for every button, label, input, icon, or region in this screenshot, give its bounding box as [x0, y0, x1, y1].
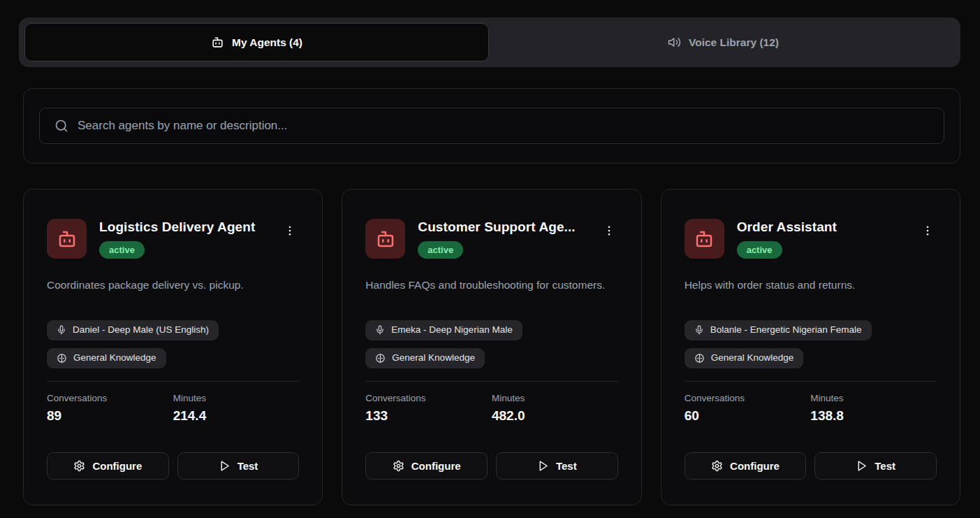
configure-button-label: Configure — [411, 460, 461, 472]
knowledge-badge-label: General Knowledge — [711, 352, 794, 364]
card-header: Customer Support Age... active — [365, 219, 617, 259]
divider — [47, 381, 299, 382]
tab-bar: My Agents (4) Voice Library (12) — [19, 17, 960, 67]
tab-my-agents[interactable]: My Agents (4) — [24, 23, 489, 62]
card-header: Order Assistant active — [685, 219, 937, 259]
title-wrap: Logistics Delivery Agent active — [99, 219, 268, 259]
bot-icon — [211, 36, 224, 49]
agent-description: Helps with order status and returns. — [685, 278, 937, 310]
gear-icon — [393, 460, 404, 472]
bot-icon — [57, 229, 78, 250]
kebab-menu-icon[interactable] — [919, 222, 937, 240]
brain-icon — [57, 353, 67, 364]
speaker-icon — [668, 36, 681, 49]
badge-column: Bolanle - Energetic Nigerian Female Gene… — [685, 320, 937, 368]
status-badge: active — [99, 241, 145, 259]
voice-badge-label: Daniel - Deep Male (US English) — [73, 324, 209, 336]
stat-conversations: Conversations 60 — [685, 393, 811, 424]
knowledge-badge: General Knowledge — [685, 348, 804, 368]
tab-my-agents-label: My Agents (4) — [232, 36, 302, 49]
status-badge: active — [418, 241, 463, 259]
play-icon — [537, 460, 549, 472]
kebab-menu-icon[interactable] — [600, 222, 618, 240]
badge-column: Emeka - Deep Nigerian Male General Knowl… — [365, 320, 617, 368]
stat-value: 60 — [685, 408, 811, 424]
stat-label: Minutes — [492, 393, 618, 403]
bot-icon — [694, 229, 715, 250]
search-input[interactable] — [78, 119, 931, 133]
stats: Conversations 89 Minutes 214.4 — [47, 393, 299, 424]
voice-badge-label: Bolanle - Energetic Nigerian Female — [710, 324, 862, 336]
stat-minutes: Minutes 214.4 — [173, 393, 300, 424]
agent-name: Order Assistant — [737, 220, 906, 235]
agent-card: Order Assistant active Helps with order … — [661, 189, 960, 505]
stat-value: 214.4 — [173, 408, 300, 424]
card-header: Logistics Delivery Agent active — [47, 219, 299, 259]
voice-badge: Bolanle - Energetic Nigerian Female — [685, 320, 872, 340]
test-button-label: Test — [556, 460, 577, 472]
configure-button[interactable]: Configure — [365, 452, 488, 480]
agent-card: Logistics Delivery Agent active Coordina… — [23, 189, 323, 505]
mic-icon — [375, 325, 385, 335]
stat-label: Minutes — [173, 393, 300, 403]
title-wrap: Order Assistant active — [737, 219, 906, 259]
voice-badge-label: Emeka - Deep Nigerian Male — [391, 324, 512, 336]
stat-value: 482.0 — [492, 408, 618, 424]
agent-description: Handles FAQs and troubleshooting for cus… — [365, 278, 617, 310]
agent-avatar — [47, 219, 87, 259]
stats: Conversations 133 Minutes 482.0 — [365, 393, 617, 424]
card-actions: Configure Test — [685, 452, 937, 480]
badge-column: Daniel - Deep Male (US English) General … — [47, 320, 299, 368]
tab-voice-library[interactable]: Voice Library (12) — [492, 23, 955, 62]
stats: Conversations 60 Minutes 138.8 — [685, 393, 937, 424]
knowledge-badge-label: General Knowledge — [392, 352, 475, 364]
voice-badge: Daniel - Deep Male (US English) — [47, 320, 219, 340]
agent-card: Customer Support Age... active Handles F… — [342, 189, 641, 505]
agent-description: Coordinates package delivery vs. pickup. — [47, 278, 299, 310]
test-button[interactable]: Test — [814, 452, 937, 480]
stat-conversations: Conversations 133 — [365, 393, 492, 424]
stat-value: 89 — [47, 408, 173, 424]
configure-button[interactable]: Configure — [47, 452, 169, 480]
tab-voice-library-label: Voice Library (12) — [689, 36, 779, 49]
test-button[interactable]: Test — [496, 452, 618, 480]
stat-label: Conversations — [685, 393, 811, 403]
stat-minutes: Minutes 138.8 — [810, 393, 937, 424]
agent-avatar — [365, 219, 405, 259]
stat-label: Conversations — [47, 393, 173, 403]
agent-name: Customer Support Age... — [418, 220, 587, 235]
knowledge-badge: General Knowledge — [365, 348, 485, 368]
play-icon — [856, 460, 868, 472]
voice-badge: Emeka - Deep Nigerian Male — [365, 320, 522, 340]
card-actions: Configure Test — [365, 452, 617, 480]
stat-conversations: Conversations 89 — [47, 393, 173, 424]
search-icon — [54, 119, 68, 133]
configure-button-label: Configure — [92, 460, 142, 472]
search-section — [23, 88, 960, 164]
agent-card-grid: Logistics Delivery Agent active Coordina… — [23, 189, 960, 505]
agent-name: Logistics Delivery Agent — [99, 220, 268, 235]
knowledge-badge: General Knowledge — [47, 348, 166, 368]
agent-avatar — [685, 219, 724, 259]
knowledge-badge-label: General Knowledge — [73, 352, 156, 364]
bot-icon — [375, 229, 396, 250]
divider — [365, 381, 617, 382]
configure-button-label: Configure — [730, 460, 780, 472]
brain-icon — [375, 353, 386, 364]
configure-button[interactable]: Configure — [685, 452, 807, 480]
search-box[interactable] — [39, 108, 944, 144]
gear-icon — [73, 460, 85, 472]
stat-label: Conversations — [365, 393, 492, 403]
gear-icon — [711, 460, 723, 472]
stat-minutes: Minutes 482.0 — [492, 393, 618, 424]
title-wrap: Customer Support Age... active — [418, 219, 587, 259]
test-button-label: Test — [875, 460, 895, 472]
status-badge: active — [737, 241, 782, 259]
play-icon — [219, 460, 231, 472]
card-actions: Configure Test — [47, 452, 299, 480]
test-button[interactable]: Test — [177, 452, 300, 480]
stat-label: Minutes — [810, 393, 937, 403]
stat-value: 138.8 — [810, 408, 937, 424]
test-button-label: Test — [237, 460, 258, 472]
kebab-menu-icon[interactable] — [281, 222, 299, 240]
